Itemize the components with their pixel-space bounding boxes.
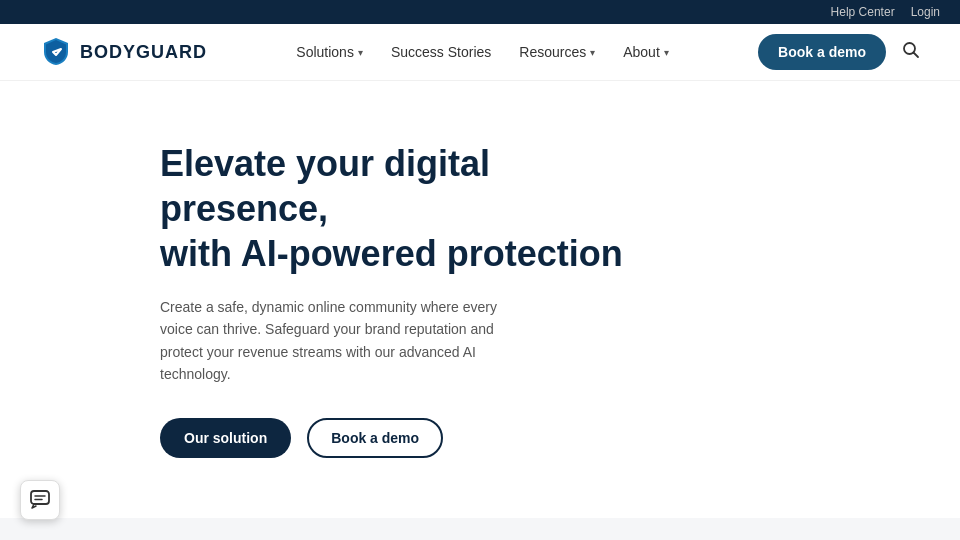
search-icon xyxy=(902,41,920,59)
chevron-down-icon: ▾ xyxy=(358,47,363,58)
svg-line-2 xyxy=(914,52,919,57)
hero-buttons: Our solution Book a demo xyxy=(160,418,920,458)
book-demo-hero-button[interactable]: Book a demo xyxy=(307,418,443,458)
chat-widget[interactable] xyxy=(20,480,60,520)
logos-strip: rut. CAMPARI 6 PARIS SAINT- xyxy=(0,518,960,540)
top-bar: Help Center Login xyxy=(0,0,960,24)
chevron-down-icon: ▾ xyxy=(590,47,595,58)
hero-heading: Elevate your digital presence, with AI-p… xyxy=(160,141,640,276)
chevron-down-icon: ▾ xyxy=(664,47,669,58)
nav-resources[interactable]: Resources ▾ xyxy=(519,44,595,60)
help-center-link[interactable]: Help Center xyxy=(831,5,895,19)
search-button[interactable] xyxy=(902,41,920,64)
logo[interactable]: BODYGUARD xyxy=(40,36,207,68)
nav-about[interactable]: About ▾ xyxy=(623,44,669,60)
nav-links: Solutions ▾ Success Stories Resources ▾ … xyxy=(296,44,668,60)
logo-icon xyxy=(40,36,72,68)
hero-description: Create a safe, dynamic online community … xyxy=(160,296,500,386)
svg-rect-19 xyxy=(31,491,49,504)
nav-success-stories[interactable]: Success Stories xyxy=(391,44,491,60)
nav-solutions[interactable]: Solutions ▾ xyxy=(296,44,363,60)
hero-section: Elevate your digital presence, with AI-p… xyxy=(0,81,960,518)
book-demo-button[interactable]: Book a demo xyxy=(758,34,886,70)
logo-text: BODYGUARD xyxy=(80,42,207,63)
nav-right: Book a demo xyxy=(758,34,920,70)
login-link[interactable]: Login xyxy=(911,5,940,19)
our-solution-button[interactable]: Our solution xyxy=(160,418,291,458)
navbar: BODYGUARD Solutions ▾ Success Stories Re… xyxy=(0,24,960,81)
chat-icon xyxy=(29,489,51,511)
